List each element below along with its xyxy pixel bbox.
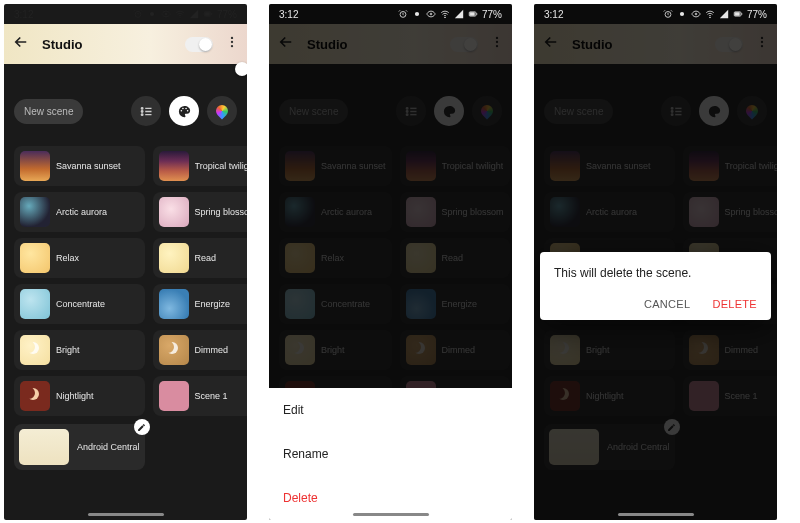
list-view-button[interactable]	[131, 96, 161, 126]
svg-point-3	[180, 17, 181, 18]
scene-thumb	[20, 151, 50, 181]
status-battery-text: 77%	[747, 9, 767, 20]
dialog-delete-button[interactable]: DELETE	[712, 298, 757, 310]
palette-view-button[interactable]	[169, 96, 199, 126]
scene-tile[interactable]: Dimmed	[153, 330, 247, 370]
delete-dialog: This will delete the scene. CANCEL DELET…	[540, 252, 771, 320]
scene-label: Scene 1	[195, 391, 228, 401]
svg-point-15	[445, 17, 446, 18]
dot-icon	[147, 9, 157, 19]
scene-thumb	[159, 151, 189, 181]
battery-icon	[468, 9, 478, 19]
scene-thumb	[20, 243, 50, 273]
custom-scene-label: Android Central	[77, 442, 140, 452]
scene-label: Relax	[56, 253, 79, 263]
status-time: 3:12	[14, 9, 33, 20]
scene-label: Bright	[56, 345, 80, 355]
scene-thumb	[159, 335, 189, 365]
custom-scene-thumb	[19, 429, 69, 465]
scene-label: Nightlight	[56, 391, 94, 401]
scene-label: Spring blossom	[195, 207, 247, 217]
status-battery-text: 77%	[217, 9, 237, 20]
room-toggle[interactable]	[185, 37, 213, 52]
scene-tile[interactable]: Energize	[153, 284, 247, 324]
svg-rect-5	[205, 13, 209, 16]
scene-label: Dimmed	[195, 345, 229, 355]
scene-label: Tropical twilight	[195, 161, 247, 171]
scene-tile[interactable]: Arctic aurora	[14, 192, 145, 232]
scene-grid: Savanna sunset Tropical twilight Arctic …	[14, 146, 237, 470]
rainbow-icon	[214, 103, 231, 120]
app-bar: Studio	[4, 24, 247, 64]
svg-point-14	[430, 13, 432, 15]
status-bar: 3:12 77%	[269, 4, 512, 24]
brightness-slider-knob[interactable]	[235, 62, 247, 76]
context-menu-sheet: Edit Rename Delete	[269, 388, 512, 520]
svg-point-9	[141, 107, 143, 109]
signal-icon	[454, 9, 464, 19]
status-bar: 3:12 77%	[534, 4, 777, 24]
svg-point-11	[141, 113, 143, 115]
svg-point-25	[680, 12, 684, 16]
color-picker-button[interactable]	[207, 96, 237, 126]
scene-tile[interactable]: Scene 1	[153, 376, 247, 416]
status-time: 3:12	[544, 9, 563, 20]
scene-tile[interactable]: Tropical twilight	[153, 146, 247, 186]
scene-tile[interactable]: Spring blossom	[153, 192, 247, 232]
status-battery-text: 77%	[482, 9, 502, 20]
svg-rect-17	[470, 13, 474, 16]
wifi-icon	[175, 9, 185, 19]
home-indicator[interactable]	[618, 513, 694, 516]
scene-label: Savanna sunset	[56, 161, 121, 171]
eye-icon	[426, 9, 436, 19]
dot-icon	[677, 9, 687, 19]
alarm-icon	[398, 9, 408, 19]
eye-icon	[691, 9, 701, 19]
scene-thumb	[159, 289, 189, 319]
dialog-cancel-button[interactable]: CANCEL	[644, 298, 690, 310]
scene-label: Energize	[195, 299, 231, 309]
signal-icon	[189, 9, 199, 19]
scene-thumb	[159, 381, 189, 411]
new-scene-button[interactable]: New scene	[14, 99, 83, 124]
svg-point-6	[231, 37, 233, 39]
status-icons: 77%	[398, 9, 502, 20]
edit-scene-badge[interactable]	[134, 419, 150, 435]
scene-tile[interactable]: Savanna sunset	[14, 146, 145, 186]
sheet-rename[interactable]: Rename	[269, 432, 512, 476]
svg-point-26	[695, 13, 697, 15]
alarm-icon	[663, 9, 673, 19]
scene-tile[interactable]: Relax	[14, 238, 145, 278]
svg-point-10	[141, 110, 143, 112]
scene-label: Read	[195, 253, 217, 263]
more-button[interactable]	[225, 35, 239, 53]
eye-icon	[161, 9, 171, 19]
scene-label: Arctic aurora	[56, 207, 107, 217]
scene-tile[interactable]: Read	[153, 238, 247, 278]
scene-thumb	[159, 197, 189, 227]
phone-screen-1: 3:12 77% Studio New scene	[4, 4, 247, 520]
scene-thumb	[20, 381, 50, 411]
scene-tile[interactable]: Nightlight	[14, 376, 145, 416]
svg-point-7	[231, 41, 233, 43]
scene-thumb	[20, 197, 50, 227]
svg-point-1	[150, 12, 154, 16]
svg-point-13	[415, 12, 419, 16]
battery-icon	[733, 9, 743, 19]
status-bar: 3:12 77%	[4, 4, 247, 24]
scene-tile[interactable]: Concentrate	[14, 284, 145, 324]
back-button[interactable]	[12, 33, 30, 55]
phone-screen-2: 3:12 77% Studio New scene Savanna sunset…	[269, 4, 512, 520]
home-indicator[interactable]	[353, 513, 429, 516]
scene-label: Concentrate	[56, 299, 105, 309]
status-icons: 77%	[133, 9, 237, 20]
scene-thumb	[20, 289, 50, 319]
svg-point-27	[710, 17, 711, 18]
home-indicator[interactable]	[88, 513, 164, 516]
status-icons: 77%	[663, 9, 767, 20]
sheet-edit[interactable]: Edit	[269, 388, 512, 432]
custom-scene-tile[interactable]: Android Central	[14, 424, 145, 470]
scene-thumb	[20, 335, 50, 365]
scene-tile[interactable]: Bright	[14, 330, 145, 370]
main-content: New scene Savanna sunset Tropical twilig…	[4, 64, 247, 480]
